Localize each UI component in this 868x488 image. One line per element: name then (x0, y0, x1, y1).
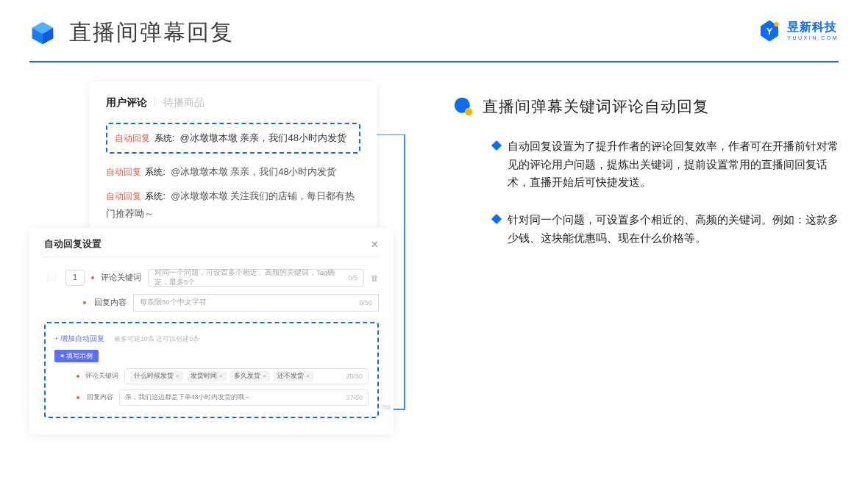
tag-chip[interactable]: 什么时候发货× (130, 371, 183, 381)
svg-text:Y: Y (766, 26, 773, 37)
content-row: 回复内容 每条限50个中文字符 0/50 (44, 294, 379, 312)
auto-reply-tag: 自动回复 (106, 191, 141, 201)
comment-text: @冰墩墩本墩 亲亲，我们48小时内发货 (171, 167, 336, 177)
chat-bubble-icon (453, 96, 474, 117)
brand-name-cn: 昱新科技 (787, 21, 839, 33)
add-reply-hint: 最多可建10条 还可以创建9条 (114, 335, 200, 342)
tag-remove-icon[interactable]: × (176, 373, 179, 379)
page-title: 直播间弹幕回复 (69, 18, 234, 48)
required-dot-icon (77, 396, 79, 399)
bullet-item: 针对同一个问题，可设置多个相近的、高频的关键词。例如：这款多少钱、这块能优惠吗、… (493, 211, 839, 247)
keyword-row: ⋮⋮ 评论关键词 对同一个问题，可设置多个相近、高频的关键词，Tag确定，最多5… (44, 269, 379, 287)
example-keyword-label: 评论关键词 (85, 371, 118, 381)
index-input[interactable] (65, 270, 85, 286)
tab-user-comments[interactable]: 用户评论 (106, 96, 147, 110)
ghost-counter: /50 (381, 403, 391, 411)
tag-chip[interactable]: 还不发货× (274, 371, 313, 381)
comment-text: @冰墩墩本墩 关注我们的店铺，每日都有热门推荐呦～ (106, 191, 355, 219)
example-content-row: 回复内容 亲，我们这边都是下单48小时内发货的哦～ 37/50 (54, 390, 369, 406)
bullet-list: 自动回复设置为了提升作者的评论回复效率，作者可在开播前针对常见的评论用户问题，提… (453, 137, 839, 247)
diamond-icon (491, 140, 502, 151)
example-box: + 增加自动回复 最多可建10条 还可以创建9条 ● 填写示例 评论关键词 什么… (44, 322, 379, 418)
example-content-text: 亲，我们这边都是下单48小时内发货的哦～ (125, 393, 251, 402)
comment-row: 自动回复 系统: @冰墩墩本墩 亲亲，我们48小时内发货 (106, 164, 360, 182)
placeholder-text: 每条限50个中文字符 (140, 298, 207, 307)
cube-icon (29, 20, 56, 46)
settings-title: 自动回复设置 (44, 238, 102, 251)
diamond-icon (491, 214, 502, 224)
tag-remove-icon[interactable]: × (263, 373, 266, 379)
required-dot-icon (83, 301, 86, 304)
section-heading: 直播间弹幕关键词评论自动回复 (453, 96, 839, 117)
example-content-input[interactable]: 亲，我们这边都是下单48小时内发货的哦～ 37/50 (119, 390, 369, 406)
example-keyword-input[interactable]: 什么时候发货× 发货时间× 多久发货× 还不发货× 20/50 (124, 368, 369, 384)
keyword-label: 评论关键词 (101, 273, 141, 283)
settings-panel: 自动回复设置 ✕ ⋮⋮ 评论关键词 对同一个问题，可设置多个相近、高频的关键词，… (29, 228, 394, 434)
svg-point-6 (465, 108, 473, 116)
divider (44, 256, 379, 257)
bullet-text: 自动回复设置为了提升作者的评论回复效率，作者可在开播前针对常见的评论用户问题，提… (508, 137, 839, 192)
example-badge: ● 填写示例 (54, 350, 99, 362)
system-label: 系统: (154, 133, 174, 143)
comment-text: @冰墩墩本墩 亲亲，我们48小时内发货 (180, 132, 346, 143)
placeholder-text: 对同一个问题，可设置多个相近、高频的关键词，Tag确定，最多5个 (154, 268, 348, 287)
bullet-text: 针对同一个问题，可设置多个相近的、高频的关键词。例如：这款多少钱、这块能优惠吗、… (508, 211, 839, 247)
tag-chip[interactable]: 发货时间× (187, 371, 227, 381)
tab-pending-goods[interactable]: 待播商品 (163, 96, 204, 110)
tag-list: 什么时候发货× 发货时间× 多久发货× 还不发货× (130, 371, 316, 381)
left-column: 用户评论 待播商品 自动回复 系统: @冰墩墩本墩 亲亲，我们48小时内发货 自… (29, 82, 427, 434)
highlighted-comment: 自动回复 系统: @冰墩墩本墩 亲亲，我们48小时内发货 (106, 123, 360, 154)
bullet-item: 自动回复设置为了提升作者的评论回复效率，作者可在开播前针对常见的评论用户问题，提… (493, 137, 839, 192)
char-counter: 37/50 (346, 394, 363, 401)
auto-reply-tag: 自动回复 (115, 133, 150, 143)
char-counter: 20/50 (346, 373, 363, 380)
close-icon[interactable]: ✕ (371, 239, 379, 250)
right-column: 直播间弹幕关键词评论自动回复 自动回复设置为了提升作者的评论回复效率，作者可在开… (453, 82, 839, 434)
tag-remove-icon[interactable]: × (306, 373, 310, 379)
system-label: 系统: (145, 191, 165, 201)
brand-logo-icon: Y (758, 19, 781, 43)
content-label: 回复内容 (93, 298, 127, 308)
example-keyword-row: 评论关键词 什么时候发货× 发货时间× 多久发货× 还不发货× 20/50 (54, 368, 369, 384)
example-content-label: 回复内容 (85, 392, 113, 402)
auto-reply-tag: 自动回复 (106, 167, 141, 177)
section-title: 直播间弹幕关键词评论自动回复 (483, 96, 709, 117)
keyword-input[interactable]: 对同一个问题，可设置多个相近、高频的关键词，Tag确定，最多5个 0/5 (148, 269, 364, 287)
required-dot-icon (91, 276, 94, 279)
brand-block: Y 昱新科技 YUUXIN.COM (758, 19, 839, 43)
add-reply-link[interactable]: + 增加自动回复 (54, 334, 104, 342)
content-input[interactable]: 每条限50个中文字符 0/50 (133, 294, 379, 312)
tag-chip[interactable]: 多久发货× (230, 371, 270, 381)
trash-icon[interactable]: 🗑 (371, 273, 379, 282)
required-dot-icon (77, 375, 79, 378)
svg-point-4 (775, 22, 779, 26)
tab-bar: 用户评论 待播商品 (106, 96, 360, 110)
comment-row: 自动回复 系统: @冰墩墩本墩 关注我们的店铺，每日都有热门推荐呦～ (106, 188, 360, 223)
page-header: 直播间弹幕回复 Y 昱新科技 YUUXIN.COM (0, 0, 868, 57)
tag-remove-icon[interactable]: × (219, 373, 223, 379)
char-counter: 0/50 (359, 299, 372, 306)
system-label: 系统: (145, 167, 165, 177)
drag-handle-icon[interactable]: ⋮⋮ (44, 273, 59, 281)
brand-name-en: YUUXIN.COM (787, 35, 839, 40)
char-counter: 0/5 (348, 274, 357, 281)
